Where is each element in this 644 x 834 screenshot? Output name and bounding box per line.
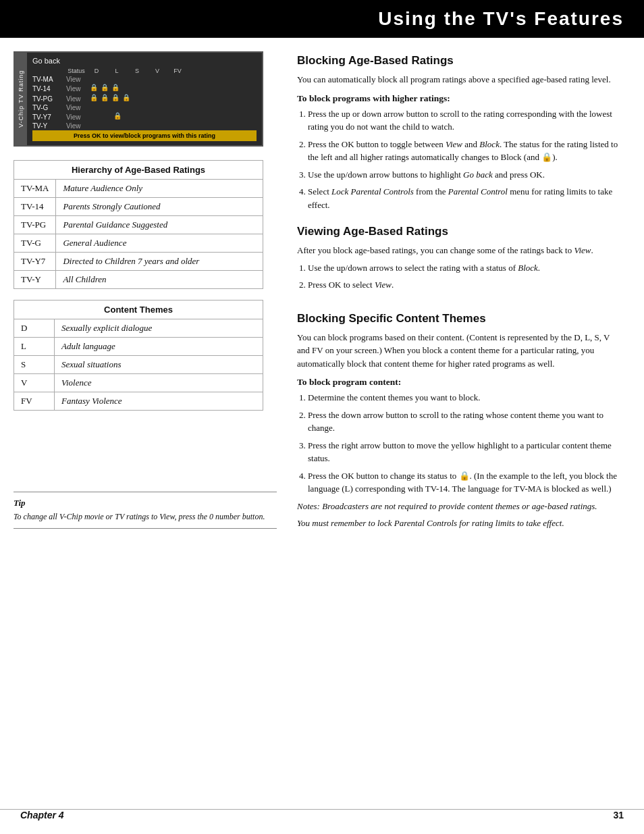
tv-row-icons: 🔒	[90, 112, 123, 122]
blocking-content-note2: You must remember to lock Parental Contr…	[297, 517, 624, 530]
tv-row-label: TV-14	[32, 85, 66, 93]
rating-desc: Parents Strongly Cautioned	[56, 198, 263, 216]
list-item: Press the down arrow button to scroll to…	[308, 409, 624, 435]
footer-chapter: Chapter 4	[20, 810, 64, 820]
right-column: Blocking Age-Based Ratings You can autom…	[290, 51, 624, 542]
table-row: TV-Y View	[32, 122, 257, 130]
rating-code: TV-PG	[14, 216, 56, 234]
page-footer: Chapter 4 31	[0, 809, 644, 820]
page-title: Using the TV's Features	[378, 8, 624, 30]
lock-icon: 🔒	[101, 84, 110, 93]
left-column: V-Chip TV Rating Go back Status D L S V …	[14, 51, 277, 542]
tv-bottom-bar: Press OK to view/block programs with thi…	[32, 130, 257, 141]
footer-page: 31	[613, 810, 624, 820]
tv-row-status: View	[66, 104, 90, 111]
rating-desc: All Children	[56, 271, 263, 289]
list-item: Press OK to select View.	[308, 278, 624, 292]
theme-code: L	[14, 338, 55, 356]
rating-code: TV-14	[14, 198, 56, 216]
table-row: FV Fantasy Violence	[14, 392, 263, 411]
col-v: V	[147, 68, 167, 74]
lock-icon: 🔒	[122, 94, 132, 103]
col-d: D	[86, 68, 107, 74]
tv-row-status: View	[66, 76, 90, 83]
tv-row-label: TV-G	[32, 104, 66, 111]
tv-row-status: View	[66, 85, 90, 93]
lock-icon: 🔒	[111, 94, 121, 103]
list-item: Select Lock Parental Controls from the P…	[308, 185, 624, 211]
list-item: Press the right arrow button to move the…	[308, 439, 624, 465]
tv-screenshot: V-Chip TV Rating Go back Status D L S V …	[14, 51, 263, 147]
rating-desc: Mature Audience Only	[56, 180, 263, 198]
blocking-content-intro: You can block programs based on their co…	[297, 331, 624, 371]
blocking-content-section: Blocking Specific Content Themes You can…	[297, 312, 624, 530]
table-row: TV-G View	[32, 104, 257, 111]
page-header: Using the TV's Features	[0, 0, 644, 38]
viewing-age-title: Viewing Age-Based Ratings	[297, 225, 624, 238]
list-item: Determine the content themes you want to…	[308, 391, 624, 405]
tv-row-status: View	[66, 113, 90, 121]
list-item: Press the OK button to toggle between Vi…	[308, 138, 624, 164]
table-row: TV-G General Audience	[14, 234, 263, 253]
main-content: V-Chip TV Rating Go back Status D L S V …	[0, 38, 644, 556]
blocking-age-title: Blocking Age-Based Ratings	[297, 54, 624, 68]
list-item: Use the up/down arrow buttons to highlig…	[308, 168, 624, 182]
rating-code: TV-Y	[14, 271, 56, 289]
page-wrapper: Using the TV's Features V-Chip TV Rating…	[0, 0, 644, 834]
theme-desc: Violence	[55, 374, 263, 392]
table-row: D Sexually explicit dialogue	[14, 319, 263, 338]
list-item: Use the up/down arrows to select the rat…	[308, 261, 624, 275]
table-row: TV-MA Mature Audience Only	[14, 180, 263, 198]
table-row: TV-Y7 View 🔒	[32, 112, 257, 122]
tip-text: To change all V-Chip movie or TV ratings…	[14, 511, 277, 523]
content-themes-table: Content Themes D Sexually explicit dialo…	[14, 300, 263, 411]
table-row: TV-Y All Children	[14, 271, 263, 289]
blocking-content-subtitle: To block program content:	[297, 377, 624, 388]
table-row: S Sexual situations	[14, 356, 263, 374]
theme-desc: Adult language	[55, 338, 263, 356]
table-row: TV-Y7 Directed to Children 7 years and o…	[14, 253, 263, 271]
theme-code: V	[14, 374, 55, 392]
theme-code: D	[14, 319, 55, 338]
lock-icon: 🔒	[90, 94, 99, 103]
table-row: TV-14 Parents Strongly Cautioned	[14, 198, 263, 216]
lock-icon: 🔒	[111, 84, 121, 93]
tip-section: Tip To change all V-Chip movie or TV rat…	[14, 492, 277, 529]
col-fv: FV	[167, 68, 188, 74]
lock-icon: 🔒	[101, 94, 110, 103]
blocking-age-section: Blocking Age-Based Ratings You can autom…	[297, 54, 624, 211]
theme-desc: Sexually explicit dialogue	[55, 319, 263, 338]
col-s: S	[127, 68, 147, 74]
rating-code: TV-G	[14, 234, 56, 253]
table-row: TV-14 View 🔒 🔒 🔒	[32, 84, 257, 93]
age-ratings-header: Hierarchy of Age-Based Ratings	[14, 161, 263, 180]
tv-row-label: TV-Y7	[32, 113, 66, 121]
tip-label: Tip	[14, 498, 277, 509]
tv-row-label: TV-PG	[32, 95, 66, 103]
tv-go-back: Go back	[32, 57, 257, 65]
table-row: TV-MA View	[32, 76, 257, 83]
tv-row-status: View	[66, 95, 90, 103]
tv-row-icons: 🔒 🔒 🔒	[90, 84, 121, 93]
content-themes-header: Content Themes	[14, 301, 263, 319]
table-row: L Adult language	[14, 338, 263, 356]
rating-code: TV-Y7	[14, 253, 56, 271]
table-row: V Violence	[14, 374, 263, 392]
tv-row-status: View	[66, 122, 90, 130]
theme-desc: Fantasy Violence	[55, 392, 263, 411]
rating-code: TV-MA	[14, 180, 56, 198]
tv-table: Status D L S V FV TV-MA View	[32, 68, 257, 130]
tv-row-label: TV-Y	[32, 122, 66, 130]
rating-desc: Directed to Children 7 years and older	[56, 253, 263, 271]
age-ratings-table: Hierarchy of Age-Based Ratings TV-MA Mat…	[14, 160, 263, 289]
blocking-content-steps: Determine the content themes you want to…	[297, 391, 624, 496]
list-item: Press the OK button to change its status…	[308, 469, 624, 496]
col-status: Status	[66, 68, 86, 74]
tv-content: Go back Status D L S V FV TV-MA	[27, 53, 262, 145]
blocking-content-title: Blocking Specific Content Themes	[297, 312, 624, 325]
list-item: Press the up or down arrow button to scr…	[308, 107, 624, 134]
viewing-age-section: Viewing Age-Based Ratings After you bloc…	[297, 225, 624, 292]
tv-table-header: Status D L S V FV	[32, 68, 257, 74]
v-chip-label: V-Chip TV Rating	[15, 53, 27, 145]
rating-desc: General Audience	[56, 234, 263, 253]
